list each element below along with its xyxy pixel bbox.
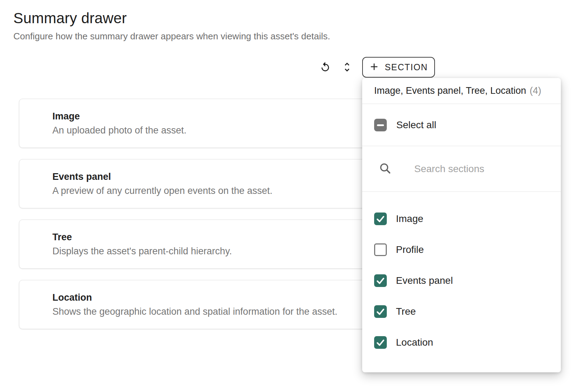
page-title: Summary drawer [13, 10, 127, 27]
card-description: A preview of any currently open events o… [52, 185, 273, 196]
option-tree[interactable]: Tree [362, 296, 561, 327]
add-section-button[interactable]: SECTION [362, 57, 435, 78]
checkbox-checked[interactable] [374, 213, 387, 225]
checkbox-checked[interactable] [374, 305, 387, 318]
option-events-panel[interactable]: Events panel [362, 265, 561, 296]
option-label: Location [396, 337, 433, 348]
checkbox-unchecked[interactable] [374, 243, 387, 256]
plus-icon [369, 62, 379, 73]
search-icon [378, 162, 392, 176]
card-title: Tree [52, 232, 232, 243]
card-description: An uploaded photo of the asset. [52, 125, 186, 136]
selected-sections-summary: Image, Events panel, Tree, Location (4) [362, 78, 561, 104]
card-description: Shows the geographic location and spatia… [52, 306, 338, 317]
section-picker-dropdown: Image, Events panel, Tree, Location (4) … [362, 78, 561, 372]
card-title: Location [52, 292, 338, 303]
option-label: Image [396, 213, 423, 224]
select-all-option[interactable]: Select all [362, 104, 561, 146]
reorder-sections-button[interactable] [339, 59, 355, 75]
option-label: Profile [396, 244, 424, 255]
option-label: Events panel [396, 275, 453, 286]
card-title: Image [52, 111, 186, 122]
unfold-more-icon [341, 61, 353, 73]
reset-order-button[interactable] [318, 59, 333, 75]
option-image[interactable]: Image [362, 203, 561, 234]
selected-sections-text: Image, Events panel, Tree, Location [374, 85, 526, 96]
section-options-list: Image Profile Events panel [362, 192, 561, 358]
option-profile[interactable]: Profile [362, 234, 561, 265]
select-all-checkbox[interactable] [374, 119, 387, 131]
card-title: Events panel [52, 171, 273, 182]
search-row [362, 146, 561, 191]
checkbox-checked[interactable] [374, 274, 387, 287]
option-label: Tree [396, 306, 416, 317]
page-subtitle: Configure how the summary drawer appears… [13, 31, 330, 42]
summary-drawer-settings-page: Summary drawer Configure how the summary… [0, 0, 583, 392]
checkbox-checked[interactable] [374, 336, 387, 349]
add-section-label: SECTION [385, 62, 428, 72]
indeterminate-minus-icon [377, 124, 384, 126]
search-sections-input[interactable] [414, 163, 548, 175]
rotate-left-icon [320, 61, 331, 73]
option-location[interactable]: Location [362, 327, 561, 358]
card-description: Displays the asset's parent-child hierar… [52, 246, 232, 257]
select-all-label: Select all [396, 119, 436, 131]
selected-sections-count: (4) [530, 85, 541, 96]
